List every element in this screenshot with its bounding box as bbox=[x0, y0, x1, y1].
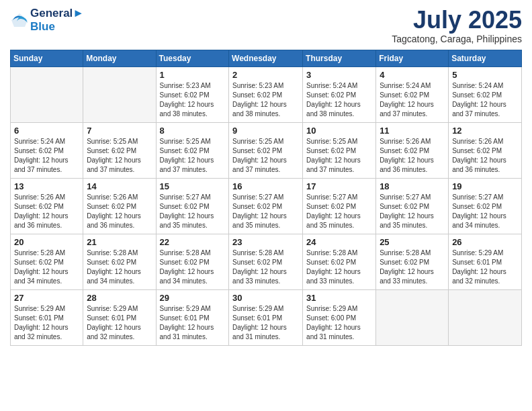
day-number: 21 bbox=[87, 237, 152, 247]
day-number: 8 bbox=[160, 126, 226, 136]
calendar-cell: 1Sunrise: 5:23 AM Sunset: 6:02 PM Daylig… bbox=[156, 66, 229, 122]
day-number: 26 bbox=[452, 237, 518, 247]
calendar-cell bbox=[83, 66, 156, 122]
day-number: 9 bbox=[232, 126, 299, 136]
weekday-header-wednesday: Wednesday bbox=[229, 50, 303, 66]
day-info: Sunrise: 5:27 AM Sunset: 6:02 PM Dayligh… bbox=[452, 193, 518, 230]
day-info: Sunrise: 5:26 AM Sunset: 6:02 PM Dayligh… bbox=[87, 193, 152, 230]
day-info: Sunrise: 5:29 AM Sunset: 6:00 PM Dayligh… bbox=[306, 304, 372, 342]
title-block: July 2025 Tagcatong, Caraga, Philippines bbox=[392, 7, 522, 44]
day-info: Sunrise: 5:26 AM Sunset: 6:02 PM Dayligh… bbox=[452, 137, 518, 175]
day-info: Sunrise: 5:25 AM Sunset: 6:02 PM Dayligh… bbox=[87, 137, 152, 175]
calendar-week-row: 27Sunrise: 5:29 AM Sunset: 6:01 PM Dayli… bbox=[11, 289, 522, 345]
calendar-header-row: SundayMondayTuesdayWednesdayThursdayFrid… bbox=[11, 50, 522, 66]
month-title: July 2025 bbox=[392, 7, 522, 34]
calendar-cell: 4Sunrise: 5:24 AM Sunset: 6:02 PM Daylig… bbox=[376, 66, 449, 122]
day-info: Sunrise: 5:23 AM Sunset: 6:02 PM Dayligh… bbox=[160, 81, 226, 119]
calendar-table: SundayMondayTuesdayWednesdayThursdayFrid… bbox=[10, 50, 522, 346]
day-info: Sunrise: 5:28 AM Sunset: 6:02 PM Dayligh… bbox=[232, 248, 299, 286]
calendar-cell: 24Sunrise: 5:28 AM Sunset: 6:02 PM Dayli… bbox=[303, 234, 376, 289]
day-number: 5 bbox=[452, 70, 518, 80]
day-number: 12 bbox=[452, 126, 518, 136]
calendar-cell: 16Sunrise: 5:27 AM Sunset: 6:02 PM Dayli… bbox=[229, 178, 303, 234]
day-info: Sunrise: 5:29 AM Sunset: 6:01 PM Dayligh… bbox=[160, 304, 226, 342]
location: Tagcatong, Caraga, Philippines bbox=[392, 34, 522, 44]
day-info: Sunrise: 5:28 AM Sunset: 6:02 PM Dayligh… bbox=[160, 248, 226, 286]
day-number: 1 bbox=[160, 70, 226, 80]
day-number: 27 bbox=[14, 293, 79, 303]
calendar-cell: 28Sunrise: 5:29 AM Sunset: 6:01 PM Dayli… bbox=[83, 289, 156, 345]
day-info: Sunrise: 5:24 AM Sunset: 6:02 PM Dayligh… bbox=[452, 81, 518, 119]
day-info: Sunrise: 5:28 AM Sunset: 6:02 PM Dayligh… bbox=[306, 248, 372, 286]
day-number: 22 bbox=[160, 237, 226, 247]
calendar-week-row: 13Sunrise: 5:26 AM Sunset: 6:02 PM Dayli… bbox=[11, 178, 522, 234]
calendar-cell: 5Sunrise: 5:24 AM Sunset: 6:02 PM Daylig… bbox=[449, 66, 522, 122]
calendar-cell: 11Sunrise: 5:26 AM Sunset: 6:02 PM Dayli… bbox=[376, 122, 449, 178]
calendar-cell: 29Sunrise: 5:29 AM Sunset: 6:01 PM Dayli… bbox=[156, 289, 229, 345]
day-info: Sunrise: 5:24 AM Sunset: 6:02 PM Dayligh… bbox=[380, 81, 445, 119]
day-number: 7 bbox=[87, 126, 152, 136]
day-info: Sunrise: 5:27 AM Sunset: 6:02 PM Dayligh… bbox=[380, 193, 445, 230]
day-number: 19 bbox=[452, 181, 518, 191]
calendar-cell: 22Sunrise: 5:28 AM Sunset: 6:02 PM Dayli… bbox=[156, 234, 229, 289]
calendar-week-row: 1Sunrise: 5:23 AM Sunset: 6:02 PM Daylig… bbox=[11, 66, 522, 122]
day-number: 23 bbox=[232, 237, 299, 247]
day-info: Sunrise: 5:24 AM Sunset: 6:02 PM Dayligh… bbox=[14, 137, 79, 175]
calendar-week-row: 20Sunrise: 5:28 AM Sunset: 6:02 PM Dayli… bbox=[11, 234, 522, 289]
header: General► Blue July 2025 Tagcatong, Carag… bbox=[10, 7, 522, 44]
day-number: 10 bbox=[306, 126, 372, 136]
weekday-header-tuesday: Tuesday bbox=[156, 50, 229, 66]
day-number: 2 bbox=[232, 70, 299, 80]
calendar-cell: 19Sunrise: 5:27 AM Sunset: 6:02 PM Dayli… bbox=[449, 178, 522, 234]
day-info: Sunrise: 5:25 AM Sunset: 6:02 PM Dayligh… bbox=[306, 137, 372, 175]
calendar-cell: 26Sunrise: 5:29 AM Sunset: 6:01 PM Dayli… bbox=[449, 234, 522, 289]
day-number: 30 bbox=[232, 293, 299, 303]
calendar-week-row: 6Sunrise: 5:24 AM Sunset: 6:02 PM Daylig… bbox=[11, 122, 522, 178]
calendar-cell: 13Sunrise: 5:26 AM Sunset: 6:02 PM Dayli… bbox=[11, 178, 83, 234]
day-number: 15 bbox=[160, 181, 226, 191]
day-info: Sunrise: 5:28 AM Sunset: 6:02 PM Dayligh… bbox=[87, 248, 152, 286]
day-number: 17 bbox=[306, 181, 372, 191]
calendar-cell: 30Sunrise: 5:29 AM Sunset: 6:01 PM Dayli… bbox=[229, 289, 303, 345]
calendar-cell: 15Sunrise: 5:27 AM Sunset: 6:02 PM Dayli… bbox=[156, 178, 229, 234]
calendar-cell: 9Sunrise: 5:25 AM Sunset: 6:02 PM Daylig… bbox=[229, 122, 303, 178]
logo-text: General► Blue bbox=[30, 7, 84, 33]
day-number: 28 bbox=[87, 293, 152, 303]
day-info: Sunrise: 5:28 AM Sunset: 6:02 PM Dayligh… bbox=[14, 248, 79, 286]
calendar-cell: 23Sunrise: 5:28 AM Sunset: 6:02 PM Dayli… bbox=[229, 234, 303, 289]
day-number: 13 bbox=[14, 181, 79, 191]
day-info: Sunrise: 5:24 AM Sunset: 6:02 PM Dayligh… bbox=[306, 81, 372, 119]
calendar-cell: 21Sunrise: 5:28 AM Sunset: 6:02 PM Dayli… bbox=[83, 234, 156, 289]
calendar-cell: 27Sunrise: 5:29 AM Sunset: 6:01 PM Dayli… bbox=[11, 289, 83, 345]
day-number: 3 bbox=[306, 70, 372, 80]
day-number: 31 bbox=[306, 293, 372, 303]
weekday-header-monday: Monday bbox=[83, 50, 156, 66]
calendar-cell bbox=[449, 289, 522, 345]
calendar-cell: 20Sunrise: 5:28 AM Sunset: 6:02 PM Dayli… bbox=[11, 234, 83, 289]
day-number: 4 bbox=[380, 70, 445, 80]
day-info: Sunrise: 5:29 AM Sunset: 6:01 PM Dayligh… bbox=[14, 304, 79, 342]
logo: General► Blue bbox=[10, 7, 84, 33]
weekday-header-sunday: Sunday bbox=[11, 50, 83, 66]
day-info: Sunrise: 5:27 AM Sunset: 6:02 PM Dayligh… bbox=[160, 193, 226, 230]
day-info: Sunrise: 5:26 AM Sunset: 6:02 PM Dayligh… bbox=[380, 137, 445, 175]
day-info: Sunrise: 5:28 AM Sunset: 6:02 PM Dayligh… bbox=[380, 248, 445, 286]
day-number: 25 bbox=[380, 237, 445, 247]
weekday-header-thursday: Thursday bbox=[303, 50, 376, 66]
weekday-header-saturday: Saturday bbox=[449, 50, 522, 66]
day-info: Sunrise: 5:29 AM Sunset: 6:01 PM Dayligh… bbox=[452, 248, 518, 286]
day-number: 20 bbox=[14, 237, 79, 247]
day-info: Sunrise: 5:23 AM Sunset: 6:02 PM Dayligh… bbox=[232, 81, 299, 119]
day-info: Sunrise: 5:25 AM Sunset: 6:02 PM Dayligh… bbox=[160, 137, 226, 175]
calendar-cell: 7Sunrise: 5:25 AM Sunset: 6:02 PM Daylig… bbox=[83, 122, 156, 178]
day-info: Sunrise: 5:29 AM Sunset: 6:01 PM Dayligh… bbox=[87, 304, 152, 342]
calendar-cell: 3Sunrise: 5:24 AM Sunset: 6:02 PM Daylig… bbox=[303, 66, 376, 122]
calendar-cell bbox=[11, 66, 83, 122]
calendar-cell: 2Sunrise: 5:23 AM Sunset: 6:02 PM Daylig… bbox=[229, 66, 303, 122]
page: General► Blue July 2025 Tagcatong, Carag… bbox=[0, 0, 532, 411]
day-number: 11 bbox=[380, 126, 445, 136]
day-number: 16 bbox=[232, 181, 299, 191]
day-info: Sunrise: 5:26 AM Sunset: 6:02 PM Dayligh… bbox=[14, 193, 79, 230]
day-info: Sunrise: 5:27 AM Sunset: 6:02 PM Dayligh… bbox=[232, 193, 299, 230]
calendar-cell: 18Sunrise: 5:27 AM Sunset: 6:02 PM Dayli… bbox=[376, 178, 449, 234]
